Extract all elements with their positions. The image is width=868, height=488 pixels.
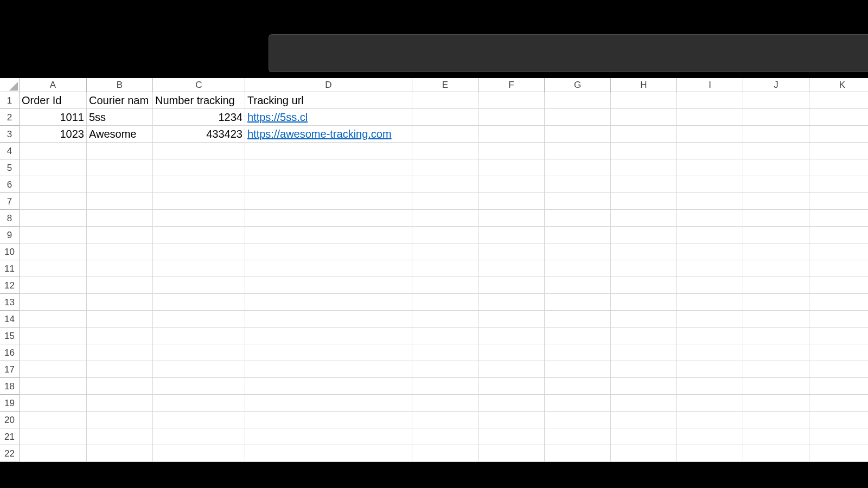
cell-H8[interactable] xyxy=(611,210,677,227)
cell-B3[interactable]: Awesome xyxy=(87,126,153,143)
cell-C19[interactable] xyxy=(153,395,245,412)
cell-E10[interactable] xyxy=(412,243,478,260)
cell-F6[interactable] xyxy=(478,176,545,193)
cell-F4[interactable] xyxy=(478,143,545,159)
cell-F12[interactable] xyxy=(478,277,545,294)
cell-B21[interactable] xyxy=(87,428,153,445)
col-header-I[interactable]: I xyxy=(677,78,743,92)
cell-D5[interactable] xyxy=(245,159,412,176)
cell-C13[interactable] xyxy=(153,294,245,311)
cell-H3[interactable] xyxy=(611,126,677,143)
cell-J13[interactable] xyxy=(743,294,809,311)
cell-H21[interactable] xyxy=(611,428,677,445)
row-header-7[interactable]: 7 xyxy=(0,193,20,210)
cell-J14[interactable] xyxy=(743,311,809,328)
cell-K2[interactable] xyxy=(809,109,868,126)
cell-H18[interactable] xyxy=(611,378,677,395)
cell-K7[interactable] xyxy=(809,193,868,210)
cell-G2[interactable] xyxy=(545,109,611,126)
cell-J17[interactable] xyxy=(743,361,809,378)
cell-H16[interactable] xyxy=(611,344,677,361)
cell-I9[interactable] xyxy=(677,227,743,243)
col-header-K[interactable]: K xyxy=(809,78,868,92)
cell-H20[interactable] xyxy=(611,412,677,428)
cell-D11[interactable] xyxy=(245,260,412,277)
cell-C18[interactable] xyxy=(153,378,245,395)
cell-E18[interactable] xyxy=(412,378,478,395)
cell-J19[interactable] xyxy=(743,395,809,412)
cell-C16[interactable] xyxy=(153,344,245,361)
cell-E17[interactable] xyxy=(412,361,478,378)
cell-D14[interactable] xyxy=(245,311,412,328)
cell-F9[interactable] xyxy=(478,227,545,243)
cell-B12[interactable] xyxy=(87,277,153,294)
cell-J4[interactable] xyxy=(743,143,809,159)
cell-E13[interactable] xyxy=(412,294,478,311)
cell-C4[interactable] xyxy=(153,143,245,159)
cell-K22[interactable] xyxy=(809,445,868,462)
cell-E6[interactable] xyxy=(412,176,478,193)
row-header-20[interactable]: 20 xyxy=(0,412,20,428)
cell-A13[interactable] xyxy=(20,294,87,311)
cell-G10[interactable] xyxy=(545,243,611,260)
cell-D19[interactable] xyxy=(245,395,412,412)
cell-B15[interactable] xyxy=(87,328,153,344)
cell-D4[interactable] xyxy=(245,143,412,159)
cell-E16[interactable] xyxy=(412,344,478,361)
cell-C5[interactable] xyxy=(153,159,245,176)
link-D3[interactable]: https://awesome-tracking.com xyxy=(247,128,392,140)
cell-F14[interactable] xyxy=(478,311,545,328)
row-header-14[interactable]: 14 xyxy=(0,311,20,328)
row-header-18[interactable]: 18 xyxy=(0,378,20,395)
cell-F11[interactable] xyxy=(478,260,545,277)
cell-J3[interactable] xyxy=(743,126,809,143)
cell-G4[interactable] xyxy=(545,143,611,159)
cell-E5[interactable] xyxy=(412,159,478,176)
cell-K13[interactable] xyxy=(809,294,868,311)
cell-I8[interactable] xyxy=(677,210,743,227)
cell-B10[interactable] xyxy=(87,243,153,260)
col-header-F[interactable]: F xyxy=(478,78,545,92)
cell-I21[interactable] xyxy=(677,428,743,445)
cell-K17[interactable] xyxy=(809,361,868,378)
col-header-B[interactable]: B xyxy=(87,78,153,92)
cell-F17[interactable] xyxy=(478,361,545,378)
cell-D2[interactable]: https://5ss.cl xyxy=(245,109,412,126)
cell-K19[interactable] xyxy=(809,395,868,412)
cell-C22[interactable] xyxy=(153,445,245,462)
cell-B20[interactable] xyxy=(87,412,153,428)
cell-I3[interactable] xyxy=(677,126,743,143)
cell-I20[interactable] xyxy=(677,412,743,428)
cell-G1[interactable] xyxy=(545,92,611,109)
cell-J1[interactable] xyxy=(743,92,809,109)
cell-I11[interactable] xyxy=(677,260,743,277)
cell-D8[interactable] xyxy=(245,210,412,227)
cell-J21[interactable] xyxy=(743,428,809,445)
row-header-6[interactable]: 6 xyxy=(0,176,20,193)
cell-F19[interactable] xyxy=(478,395,545,412)
cell-A4[interactable] xyxy=(20,143,87,159)
cell-B9[interactable] xyxy=(87,227,153,243)
cell-K15[interactable] xyxy=(809,328,868,344)
cell-I4[interactable] xyxy=(677,143,743,159)
cell-A10[interactable] xyxy=(20,243,87,260)
cell-A12[interactable] xyxy=(20,277,87,294)
cell-D13[interactable] xyxy=(245,294,412,311)
cell-E21[interactable] xyxy=(412,428,478,445)
cell-E8[interactable] xyxy=(412,210,478,227)
row-header-19[interactable]: 19 xyxy=(0,395,20,412)
cell-H5[interactable] xyxy=(611,159,677,176)
row-header-22[interactable]: 22 xyxy=(0,445,20,462)
cell-J12[interactable] xyxy=(743,277,809,294)
cell-J5[interactable] xyxy=(743,159,809,176)
col-header-G[interactable]: G xyxy=(545,78,611,92)
cell-C10[interactable] xyxy=(153,243,245,260)
cell-A11[interactable] xyxy=(20,260,87,277)
cell-K9[interactable] xyxy=(809,227,868,243)
cell-I7[interactable] xyxy=(677,193,743,210)
cell-C15[interactable] xyxy=(153,328,245,344)
cell-K5[interactable] xyxy=(809,159,868,176)
cell-I16[interactable] xyxy=(677,344,743,361)
cell-H22[interactable] xyxy=(611,445,677,462)
cell-H4[interactable] xyxy=(611,143,677,159)
